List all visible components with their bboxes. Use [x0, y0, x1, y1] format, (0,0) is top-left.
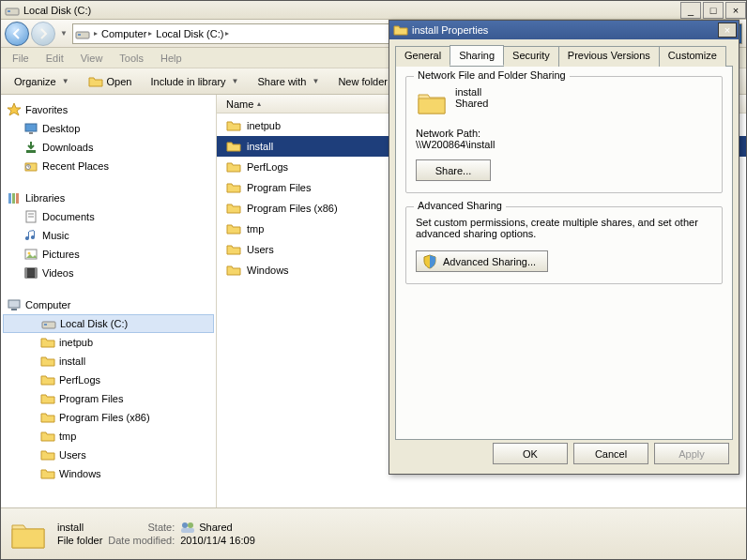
- tree-computer[interactable]: Computer: [1, 295, 216, 314]
- tab-security[interactable]: Security: [503, 46, 559, 67]
- svg-rect-17: [8, 193, 11, 204]
- breadcrumb-current[interactable]: Local Disk (C:) ▸: [156, 28, 229, 39]
- menu-edit[interactable]: Edit: [38, 51, 71, 66]
- svg-rect-14: [29, 132, 33, 134]
- svg-rect-1: [8, 10, 10, 12]
- svg-point-32: [182, 522, 188, 528]
- svg-point-33: [188, 522, 193, 528]
- network-path-label: Network Path:: [416, 128, 712, 139]
- column-name[interactable]: Name ▴: [217, 95, 404, 113]
- dialog-titlebar[interactable]: install Properties ×: [389, 21, 739, 39]
- close-button[interactable]: ×: [725, 2, 746, 19]
- tree-favorites[interactable]: Favorites: [1, 100, 216, 119]
- status-modified-value: 2010/11/4 16:09: [180, 535, 255, 546]
- folder-icon: [8, 514, 48, 553]
- network-sharing-group: Network File and Folder Sharing install …: [405, 76, 723, 193]
- status-type: File folder: [57, 535, 102, 546]
- titlebar: Local Disk (C:) _ □ ×: [1, 1, 746, 20]
- status-state-label: State:: [108, 522, 175, 533]
- tab-sharing[interactable]: Sharing: [450, 45, 504, 66]
- svg-point-24: [28, 252, 31, 255]
- tree-folder-item[interactable]: inetpub: [1, 333, 216, 352]
- svg-rect-31: [44, 324, 47, 325]
- tree-folder-item[interactable]: tmp: [1, 427, 216, 446]
- minimize-button[interactable]: _: [680, 2, 701, 19]
- breadcrumb-computer[interactable]: Computer ▸: [101, 28, 152, 39]
- nav-history-dropdown[interactable]: ▼: [57, 22, 70, 46]
- include-library-button[interactable]: Include in library▼: [143, 73, 246, 90]
- tree-folder-item[interactable]: Users: [1, 446, 216, 464]
- tree-folder-item[interactable]: PerfLogs: [1, 371, 216, 389]
- svg-rect-28: [8, 300, 20, 308]
- menu-help[interactable]: Help: [153, 51, 190, 66]
- tree-lib-item[interactable]: Pictures: [1, 245, 216, 264]
- tab-general[interactable]: General: [395, 46, 450, 67]
- sharing-tab-pane: Network File and Folder Sharing install …: [395, 67, 733, 440]
- share-button[interactable]: Share...: [416, 159, 491, 181]
- window-title: Local Disk (C:): [23, 5, 678, 16]
- advanced-sharing-text: Set custom permissions, create multiple …: [416, 217, 712, 239]
- apply-button[interactable]: Apply: [654, 443, 729, 464]
- tab-customize[interactable]: Customize: [659, 46, 726, 67]
- share-with-button[interactable]: Share with▼: [251, 73, 328, 90]
- svg-rect-18: [12, 193, 15, 204]
- svg-rect-34: [181, 528, 194, 533]
- open-button[interactable]: Open: [81, 71, 140, 92]
- dialog-title: install Properties: [412, 24, 488, 36]
- tree-fav-item[interactable]: Downloads: [1, 138, 216, 157]
- organize-button[interactable]: Organize▼: [7, 73, 77, 90]
- svg-rect-3: [78, 34, 81, 36]
- svg-rect-19: [16, 193, 19, 204]
- svg-rect-29: [11, 309, 17, 310]
- svg-rect-26: [25, 268, 27, 278]
- drive-icon: [75, 26, 90, 41]
- tree-folder-item[interactable]: Program Files (x86): [1, 408, 216, 427]
- menu-view[interactable]: View: [73, 51, 111, 66]
- advanced-sharing-button[interactable]: Advanced Sharing...: [416, 250, 548, 272]
- ok-button[interactable]: OK: [493, 443, 568, 464]
- advanced-sharing-group: Advanced Sharing Set custom permissions,…: [405, 206, 723, 284]
- svg-rect-27: [35, 268, 37, 278]
- dialog-close-button[interactable]: ×: [718, 23, 737, 38]
- status-state-value: Shared: [180, 522, 255, 533]
- svg-rect-13: [25, 124, 37, 131]
- status-modified-label: Date modified:: [108, 535, 175, 546]
- tree-fav-item[interactable]: Recent Places: [1, 157, 216, 175]
- dialog-tabs: GeneralSharingSecurityPrevious VersionsC…: [395, 45, 733, 67]
- tree-local-disk[interactable]: Local Disk (C:): [3, 314, 214, 333]
- navigation-tree[interactable]: FavoritesDesktopDownloadsRecent PlacesLi…: [1, 95, 217, 520]
- tree-folder-item[interactable]: Windows: [1, 464, 216, 483]
- advanced-sharing-legend: Advanced Sharing: [414, 200, 506, 211]
- share-state: Shared: [455, 98, 488, 109]
- tree-lib-item[interactable]: Videos: [1, 264, 216, 282]
- tab-previous versions[interactable]: Previous Versions: [558, 46, 660, 67]
- people-icon: [180, 522, 195, 533]
- folder-icon: [416, 86, 448, 118]
- back-button[interactable]: [5, 22, 29, 46]
- network-sharing-legend: Network File and Folder Sharing: [414, 69, 570, 81]
- status-name: install: [57, 522, 102, 533]
- forward-button[interactable]: [31, 22, 55, 46]
- details-pane: install State: Shared File folder Date m…: [1, 507, 746, 559]
- tree-lib-item[interactable]: Documents: [1, 207, 216, 226]
- share-folder-name: install: [455, 86, 488, 98]
- network-path-value: \\W200864\install: [416, 139, 712, 150]
- tree-lib-item[interactable]: Music: [1, 226, 216, 245]
- tree-folder-item[interactable]: install: [1, 352, 216, 371]
- tree-libraries[interactable]: Libraries: [1, 189, 216, 207]
- tree-fav-item[interactable]: Desktop: [1, 119, 216, 138]
- shield-icon: [422, 254, 437, 269]
- new-folder-button[interactable]: New folder: [330, 73, 395, 90]
- menu-tools[interactable]: Tools: [112, 51, 151, 66]
- menu-file[interactable]: File: [5, 51, 37, 66]
- cancel-button[interactable]: Cancel: [573, 443, 648, 464]
- folder-icon: [393, 23, 408, 38]
- properties-dialog: install Properties × GeneralSharingSecur…: [389, 20, 739, 475]
- folder-open-icon: [88, 74, 103, 89]
- tree-folder-item[interactable]: Program Files: [1, 389, 216, 408]
- svg-rect-15: [26, 150, 36, 153]
- sort-asc-icon: ▴: [257, 99, 261, 108]
- maximize-button[interactable]: □: [703, 2, 724, 19]
- drive-icon: [5, 3, 20, 18]
